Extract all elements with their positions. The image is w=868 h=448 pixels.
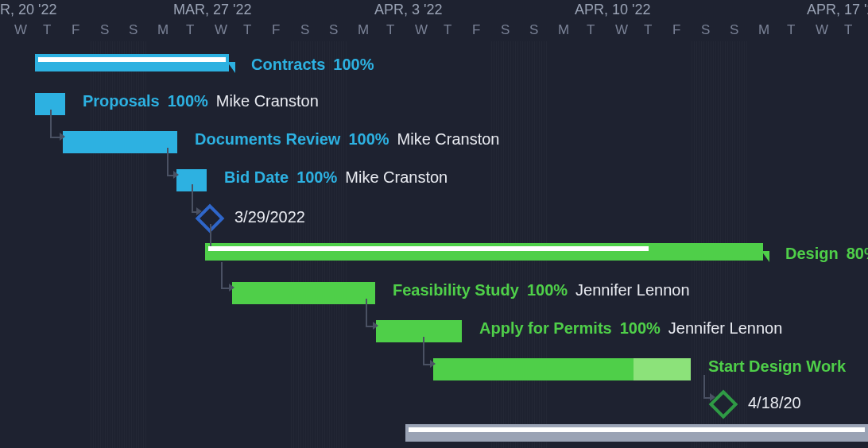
summary-name: Design	[785, 245, 839, 263]
task-bar[interactable]	[433, 358, 691, 380]
dependency-connector	[167, 148, 169, 175]
timeline-day-label: S	[300, 22, 309, 38]
gantt-row: Bid Date100%Mike Cranston	[0, 162, 868, 199]
timeline-day-label: T	[644, 22, 652, 38]
dependency-connector	[167, 175, 173, 176]
task-name: Proposals	[83, 92, 160, 110]
summary-name: Contracts	[251, 56, 325, 74]
task-name: Feasibility Study	[393, 281, 519, 299]
dependency-connector	[423, 337, 424, 364]
timeline-day-label: M	[758, 22, 769, 38]
task-pct: 100%	[296, 168, 337, 187]
timeline-day-label: W	[615, 22, 628, 38]
dependency-arrow-icon	[196, 207, 202, 215]
timeline-day-label: T	[243, 22, 251, 38]
dependency-arrow-icon	[373, 322, 378, 330]
task-assignee: Jennifer Lennon	[668, 319, 782, 338]
timeline-day-label: F	[672, 22, 680, 38]
task-label-group: Apply for Permits100%Jennifer Lennon	[479, 319, 782, 338]
task-assignee: Mike Cranston	[397, 130, 500, 149]
task-assignee: Mike Cranston	[216, 92, 319, 110]
gantt-row: Pr	[0, 419, 868, 448]
task-bar[interactable]	[232, 282, 375, 304]
timeline-day-label: S	[329, 22, 338, 38]
summary-bar[interactable]	[405, 424, 868, 442]
summary-progress	[208, 246, 649, 251]
timeline-day-label: T	[844, 22, 852, 38]
timeline-week-label: R, 20 '22	[0, 2, 56, 18]
task-label-group: Proposals100%Mike Cranston	[83, 92, 319, 110]
dependency-connector	[703, 397, 710, 399]
task-progress-fill	[433, 358, 634, 380]
gantt-row: 4/18/20	[0, 386, 868, 423]
task-assignee: Jennifer Lennon	[575, 281, 689, 299]
timeline-day-label: W	[816, 22, 828, 38]
summary-bar[interactable]	[205, 243, 763, 261]
timeline-week-label: APR, 17 '22	[807, 2, 868, 18]
dependency-connector	[192, 184, 193, 211]
task-bar[interactable]	[63, 131, 177, 153]
summary-pct: 100%	[333, 56, 374, 74]
task-bar[interactable]	[376, 320, 462, 342]
summary-end-cap	[227, 62, 235, 73]
task-label-group: Feasibility Study100%Jennifer Lennon	[393, 281, 690, 299]
timeline-day-label: W	[415, 22, 428, 38]
task-pct: 100%	[527, 281, 568, 299]
task-label-group: Documents Review100%Mike Cranston	[195, 130, 499, 149]
summary-pct: 80%	[847, 245, 868, 263]
task-assignee: Mike Cranston	[345, 168, 448, 187]
timeline-day-label: W	[215, 22, 227, 38]
gantt-chart: R, 20 '22MAR, 27 '22APR, 3 '22APR, 10 '2…	[0, 0, 868, 448]
task-pct: 100%	[168, 92, 208, 110]
timeline-day-label: M	[558, 22, 569, 38]
milestone-date: 4/18/20	[748, 394, 801, 412]
timeline-week-label: APR, 10 '22	[575, 2, 651, 18]
timeline-day-label: T	[186, 22, 194, 38]
dependency-connector	[221, 288, 229, 289]
dependency-arrow-icon	[229, 284, 234, 292]
gantt-row: Feasibility Study100%Jennifer Lennon	[0, 275, 868, 311]
timeline-day-label: S	[529, 22, 538, 38]
timeline-day-label: S	[501, 22, 510, 38]
timeline-day-label: T	[444, 22, 451, 38]
timeline-day-label: T	[787, 22, 795, 38]
milestone-date: 3/29/2022	[234, 208, 305, 226]
timeline-week-label: APR, 3 '22	[374, 2, 442, 18]
summary-end-cap	[761, 251, 769, 262]
timeline-day-label: M	[358, 22, 369, 38]
gantt-row: Proposals100%Mike Cranston	[0, 86, 868, 122]
summary-label-group: Contracts100%	[251, 56, 374, 74]
task-pct: 100%	[348, 130, 389, 149]
timeline-day-label: T	[587, 22, 595, 38]
dependency-connector	[210, 224, 211, 246]
gantt-row: Apply for Permits100%Jennifer Lennon	[0, 313, 868, 350]
summary-label-group: Design80%	[785, 245, 868, 263]
dependency-connector	[221, 262, 223, 288]
summary-progress	[409, 427, 865, 432]
dependency-arrow-icon	[173, 171, 179, 179]
timeline-day-label: S	[730, 22, 738, 38]
gantt-row: Contracts100%	[0, 49, 868, 86]
gantt-row: Documents Review100%Mike Cranston	[0, 124, 868, 160]
timeline-day-label: S	[100, 22, 109, 38]
dependency-connector	[50, 137, 60, 138]
dependency-arrow-icon	[430, 360, 436, 368]
timeline-day-label: F	[472, 22, 480, 38]
dependency-arrow-icon	[60, 133, 65, 141]
task-name: Documents Review	[195, 130, 340, 149]
summary-bar[interactable]	[35, 54, 229, 71]
timeline-day-label: T	[386, 22, 394, 38]
timeline-day-label: S	[129, 22, 138, 38]
timeline-header: R, 20 '22MAR, 27 '22APR, 3 '22APR, 10 '2…	[0, 0, 868, 44]
task-name: Apply for Permits	[479, 319, 612, 338]
timeline-day-label: F	[72, 22, 79, 38]
summary-progress	[38, 57, 226, 62]
timeline-week-label: MAR, 27 '22	[173, 2, 251, 18]
task-label-group: Start Design Work	[708, 357, 846, 376]
timeline-day-label: S	[701, 22, 710, 38]
task-name: Bid Date	[224, 168, 289, 187]
dependency-connector	[366, 299, 367, 326]
timeline-day-label: F	[272, 22, 280, 38]
gantt-row: Design80%	[0, 238, 868, 275]
task-name: Start Design Work	[708, 357, 846, 376]
